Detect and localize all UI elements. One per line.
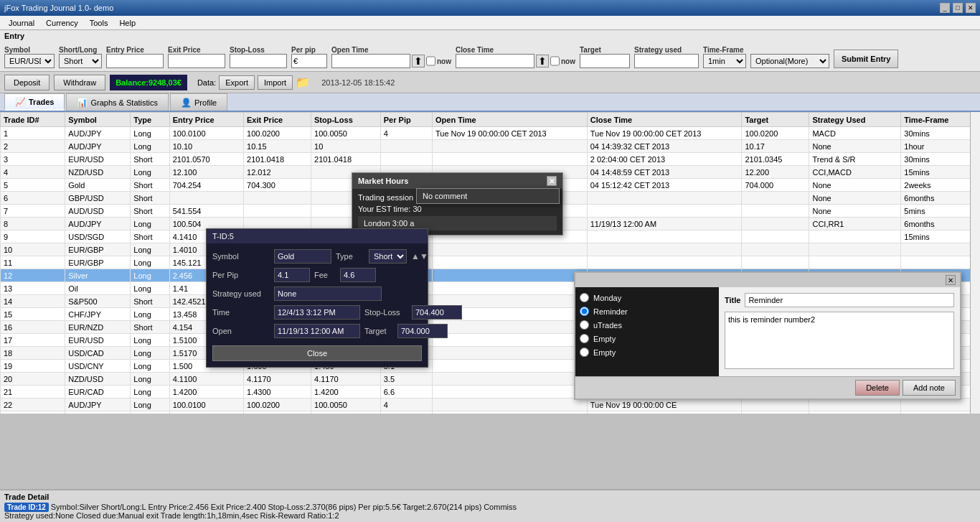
open-time-group: Open Time 12/5/13 6:12 PM ⬆ now [331,46,451,68]
te-row-time: Time Stop-Loss [212,305,422,320]
maximize-btn[interactable]: □ [953,3,963,13]
rp-title-input[interactable] [745,293,954,307]
your-est-text: Your EST time: 30 [358,205,557,213]
import-button[interactable]: Import [258,75,293,90]
close-time-now-check[interactable] [550,54,560,68]
open-time-spinner[interactable]: ⬆ [412,55,425,67]
detail-sl: Stop-Loss:2.370(86 pips) [268,503,357,511]
tab-profile[interactable]: 👤 Profile [170,93,227,111]
te-sl-input[interactable] [412,305,462,320]
te-time-input[interactable] [274,305,360,320]
minimize-btn[interactable]: _ [940,3,950,13]
te-type-select[interactable]: Short Long [369,249,407,264]
te-strategy-input[interactable] [274,286,382,301]
menu-currency[interactable]: Currency [40,17,84,29]
reminder-right: Title this is reminder number2 [719,287,960,376]
deposit-button[interactable]: Deposit [4,75,50,90]
reminder-reminder-radio[interactable] [580,307,589,316]
table-row[interactable]: 1AUD/JPYLong100.0100100.0200100.00504Tue… [1,127,980,140]
per-pip-group: Per pip [291,46,327,68]
titlebar: jFox Trading Journal 1.0- demo _ □ ✕ [0,0,980,16]
close-time-spinner[interactable]: ⬆ [536,55,549,67]
reminder-close-icon[interactable]: ✕ [946,275,956,285]
col-open: Open Time [433,113,588,127]
reminder-add-note-button[interactable]: Add note [903,380,956,396]
reminder-empty1-radio[interactable] [580,334,589,343]
submit-entry-button[interactable]: Submit Entry [834,50,898,68]
table-row[interactable]: 2AUD/JPYLong10.1010.151004 14:39:32 CET … [1,140,980,153]
london-text: London 3:00 a [364,219,414,228]
per-pip-input[interactable] [291,54,327,68]
market-hours-header: Market Hours ✕ [352,173,562,189]
entry-price-group: Entry Price [106,46,164,68]
strategy-group: Strategy used [634,46,699,68]
export-button[interactable]: Export [219,75,255,90]
shortlong-select[interactable]: Short Long [59,54,102,68]
close-time-input[interactable]: 12/5/13 6:12 PM [456,54,534,68]
tab-graphs[interactable]: 📊 Graphs & Statistics [66,93,169,111]
close-btn[interactable]: ✕ [966,3,976,13]
rp-content-textarea[interactable]: this is reminder number2 [725,312,954,369]
detail-rr: Risk-Reward Ratio:1:2 [260,511,339,520]
stoploss-input[interactable] [230,54,287,68]
market-hours-panel: Market Hours ✕ Trading session Your EST … [352,172,563,236]
te-symbol-input[interactable] [274,249,331,264]
te-fee-input[interactable] [340,268,376,282]
table-row[interactable]: 11EUR/GBPLong145.121 [1,256,980,269]
titlebar-controls[interactable]: _ □ ✕ [940,3,976,13]
trade-edit-close-button[interactable]: Close [212,345,422,361]
detail-exit: Exit Price:2.400 [211,503,266,511]
te-target-input[interactable] [397,324,448,338]
no-comment-text: No comment [417,189,559,203]
optional-select[interactable]: Optional(More) [750,54,829,68]
reminder-empty2-radio[interactable] [580,348,589,357]
tab-trades[interactable]: 📈 Trades [4,93,65,111]
reminder-empty1: Empty [580,334,715,343]
close-time-label: Close Time [456,46,575,54]
reminder-monday-radio[interactable] [580,293,589,302]
menu-tools[interactable]: Tools [84,17,114,29]
strategy-input[interactable] [634,54,699,68]
target-input[interactable] [580,54,630,68]
detail-closed: Closed due:Manual exit [76,511,159,520]
detail-pip: Per pip:5.5€ [358,503,400,511]
detail-entry: Entry Price:2.456 [149,503,209,511]
detail-length: Trade length:1h,18min,4sec [161,511,258,520]
optional-label [750,46,829,54]
trade-detail-row1: Trade ID:12 Symbol:Silver Short/Long:L E… [4,503,976,511]
te-sl-label: Stop-Loss [364,308,407,317]
withdraw-button[interactable]: Withdraw [54,75,105,90]
menu-help[interactable]: Help [113,17,141,29]
table-row[interactable]: 23AUD/JPYLong10.1010.1510.051.1Wed Dec 0… [1,411,980,414]
table-row[interactable]: 22AUD/JPYLong100.0100100.0200100.00504Tu… [1,399,980,411]
te-open-input[interactable] [274,324,360,338]
open-time-now-label: now [437,57,451,65]
open-time-input[interactable]: 12/5/13 6:12 PM [331,54,410,68]
symbol-select[interactable]: EUR/USD [4,54,55,68]
shortlong-label: Short/Long [59,46,102,54]
table-row[interactable]: 3EUR/USDShort2101.05702101.04182101.0418… [1,153,980,166]
te-pip-input[interactable] [274,268,310,282]
reminder-delete-button[interactable]: Delete [855,380,900,396]
trades-icon: 📈 [15,97,26,107]
detail-strategy: Strategy used:None [4,511,74,520]
te-row-open: Open Target [212,324,422,338]
te-type-spinner[interactable]: ▲▼ [411,251,428,261]
rp-title-label: Title [725,296,740,304]
table-row[interactable]: 10EUR/GBPLong1.4010 [1,243,980,256]
table-scrollbar[interactable] [970,112,980,414]
import-icon[interactable]: 📁 [296,75,310,89]
menu-journal[interactable]: Journal [3,17,40,29]
col-entry: Entry Price [169,113,243,127]
reminder-utrades-label: uTrades [593,321,622,330]
reminder-left: Monday Reminder uTrades Empty Empty [575,287,719,376]
stoploss-label: Stop-Loss [230,46,287,54]
reminder-empty2-label: Empty [593,348,616,357]
timeframe-select[interactable]: 1min 5mins 15mins 30mins 1hour [703,54,746,68]
entry-price-input[interactable] [106,54,164,68]
exit-price-input[interactable] [168,54,225,68]
data-section: Data: Export Import 📁 [197,75,310,90]
open-time-now-check[interactable] [426,54,435,68]
market-hours-close[interactable]: ✕ [547,176,557,186]
reminder-utrades-radio[interactable] [580,320,589,330]
